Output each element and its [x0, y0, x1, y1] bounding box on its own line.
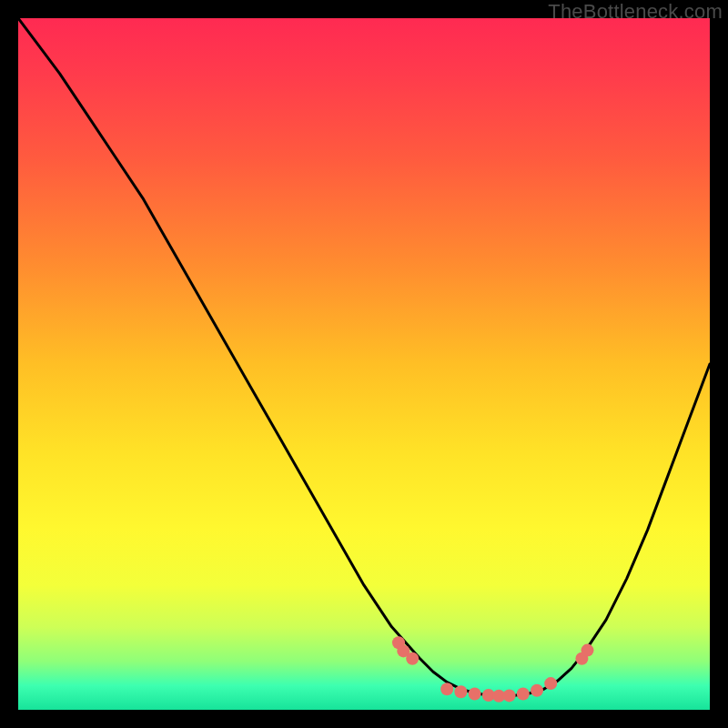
highlight-point [581, 644, 594, 657]
highlight-point [503, 689, 516, 702]
highlight-point [517, 688, 530, 701]
highlight-point [469, 688, 481, 701]
plot-area [18, 18, 710, 710]
highlight-point [406, 652, 419, 665]
bottleneck-curve [18, 18, 710, 696]
chart-frame: TheBottleneck.com [0, 0, 728, 728]
highlight-markers [392, 636, 594, 703]
highlight-point [454, 685, 467, 698]
highlight-point [531, 684, 543, 697]
highlight-point [440, 682, 453, 695]
curve-layer [18, 18, 710, 710]
highlight-point [544, 677, 557, 690]
watermark-text: TheBottleneck.com [548, 0, 723, 24]
